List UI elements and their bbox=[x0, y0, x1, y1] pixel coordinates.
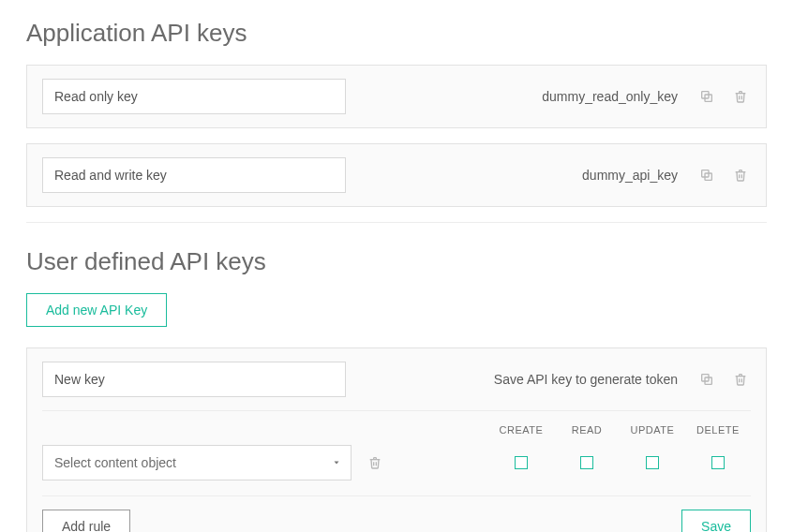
perm-update-checkbox[interactable] bbox=[646, 456, 659, 469]
content-object-select[interactable]: Select content object bbox=[42, 445, 352, 480]
perm-header-read: READ bbox=[554, 424, 620, 436]
application-api-keys-title: Application API keys bbox=[26, 19, 767, 48]
key-token-text: dummy_api_key bbox=[582, 168, 678, 183]
trash-icon[interactable] bbox=[365, 452, 385, 473]
content-object-select-placeholder: Select content object bbox=[54, 455, 176, 470]
user-defined-api-keys-title: User defined API keys bbox=[26, 247, 767, 276]
caret-down-icon bbox=[332, 455, 341, 470]
save-button[interactable]: Save bbox=[681, 510, 751, 532]
perm-create-checkbox[interactable] bbox=[515, 456, 528, 469]
perm-delete-checkbox[interactable] bbox=[711, 456, 725, 469]
perm-header-update: UPDATE bbox=[620, 424, 685, 436]
trash-icon[interactable] bbox=[730, 369, 751, 390]
copy-icon[interactable] bbox=[696, 165, 717, 185]
new-key-name-input[interactable] bbox=[42, 362, 346, 397]
trash-icon[interactable] bbox=[730, 86, 751, 107]
key-name-input[interactable] bbox=[42, 157, 346, 193]
copy-icon[interactable] bbox=[696, 369, 717, 390]
api-key-card: dummy_api_key bbox=[26, 143, 767, 207]
new-key-token-placeholder: Save API key to generate token bbox=[494, 372, 678, 387]
perm-read-checkbox[interactable] bbox=[580, 456, 593, 469]
add-rule-button[interactable]: Add rule bbox=[42, 510, 130, 532]
trash-icon[interactable] bbox=[730, 165, 751, 185]
copy-icon[interactable] bbox=[696, 86, 717, 107]
section-divider bbox=[26, 222, 767, 223]
perm-header-delete: DELETE bbox=[685, 424, 751, 436]
key-name-input[interactable] bbox=[42, 79, 346, 114]
new-api-key-card: Save API key to generate token CREATE bbox=[26, 347, 767, 532]
api-key-card: dummy_read_only_key bbox=[26, 65, 767, 128]
perm-header-create: CREATE bbox=[488, 424, 554, 436]
add-new-api-key-button[interactable]: Add new API Key bbox=[26, 293, 167, 327]
key-token-text: dummy_read_only_key bbox=[542, 89, 678, 104]
